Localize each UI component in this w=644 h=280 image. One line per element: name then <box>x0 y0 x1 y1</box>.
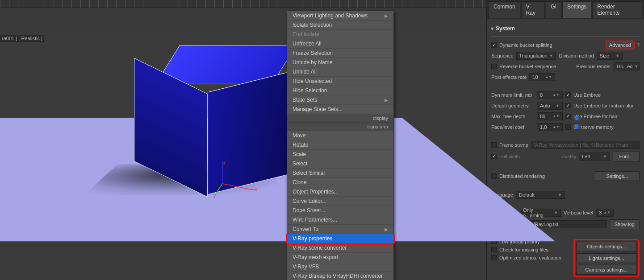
submenu-arrow-icon: ▶ <box>385 227 388 232</box>
menu-item-hide-selection[interactable]: Hide Selection <box>287 86 393 95</box>
sequence-label: Sequence <box>491 53 514 58</box>
menu-item-curve-editor[interactable]: Curve Editor... <box>287 197 393 206</box>
font-button[interactable]: Font... <box>613 152 640 161</box>
menu-item-freeze-selection[interactable]: Freeze Selection <box>287 49 393 58</box>
show-log-button[interactable]: Show log <box>610 219 640 229</box>
justify-label: Justify <box>562 154 576 159</box>
menu-item-hide-unselected[interactable]: Hide Unselected <box>287 77 393 86</box>
dyn-mem-label: Dyn mem limit, mb <box>491 92 534 98</box>
embree-mb-label: Use Embree for motion blur <box>573 103 634 108</box>
objects-settings-button[interactable]: Objects settings... <box>576 242 637 251</box>
sequence-dropdown[interactable]: Triangulation▼ <box>516 52 556 60</box>
def-geom-label: Default geometry <box>491 103 534 108</box>
max-tree-label: Max. tree depth <box>491 114 534 119</box>
menu-item-unhide-all[interactable]: Unhide All <box>287 67 393 77</box>
viewport-label: ra001 ] [ Realistic ] <box>0 35 44 42</box>
division-method-label: Division method <box>559 53 594 58</box>
dr-settings-button[interactable]: Settings... <box>595 171 640 181</box>
division-method-dropdown[interactable]: Size▼ <box>597 52 623 60</box>
tab-v-ray[interactable]: V-Ray <box>521 1 545 18</box>
full-width-label: Full width <box>499 154 520 159</box>
frame-stamp-label: Frame stamp <box>499 142 528 148</box>
log-window-dropdown[interactable]: Only o...arning▼ <box>520 209 561 217</box>
menu-item-isolate-selection[interactable]: Isolate Selection <box>287 21 393 30</box>
tab-settings[interactable]: Settings <box>562 1 591 18</box>
menu-item-v-ray-bitmap-to-vrayhdri-converter[interactable]: V-Ray Bitmap to VRayHDRI converter <box>287 272 393 280</box>
check-missing-label: Check for missing files <box>499 247 548 252</box>
embree-mb-checkbox[interactable] <box>565 103 571 108</box>
menu-item-rotate[interactable]: Rotate <box>287 140 393 150</box>
menu-item-v-ray-mesh-export[interactable]: V-Ray mesh export <box>287 253 393 262</box>
menu-item-manage-state-sets[interactable]: Manage State Sets... <box>287 105 393 114</box>
menu-item-end-isolate[interactable]: End Isolate <box>287 30 393 39</box>
scene-area[interactable]: x y z <box>0 33 486 280</box>
menu-item-move[interactable]: Move <box>287 131 393 140</box>
use-embree-checkbox[interactable] <box>565 92 571 98</box>
opt-atmos-label: Optimized atmos. evaluation <box>499 255 561 260</box>
box-object[interactable] <box>167 72 284 189</box>
menu-item-state-sets[interactable]: State Sets▶ <box>287 95 393 105</box>
tab-common[interactable]: Common <box>489 1 520 18</box>
conserve-mem-checkbox[interactable] <box>565 124 571 130</box>
menu-item-unfreeze-all[interactable]: Unfreeze All <box>287 39 393 49</box>
justify-dropdown[interactable]: Left▼ <box>579 152 610 161</box>
menu-item-select-similar[interactable]: Select Similar <box>287 169 393 178</box>
use-embree-label: Use Embree <box>573 92 601 98</box>
settings-buttons-highlight: Objects settings... Lights settings... C… <box>573 239 640 277</box>
menu-item-wire-parameters[interactable]: Wire Parameters... <box>287 215 393 225</box>
menu-item-scale[interactable]: Scale <box>287 150 393 159</box>
3d-viewport[interactable]: x y z ra001 ] [ Realistic ] Viewport Lig… <box>0 0 486 280</box>
menu-item-object-properties[interactable]: Object Properties... <box>287 187 393 197</box>
post-fx-label: Post effects rate <box>491 74 527 80</box>
quad-context-menu[interactable]: Viewport Lighting and Shadows▶Isolate Se… <box>287 11 394 280</box>
embree-hair-checkbox[interactable] <box>565 114 571 119</box>
language-dropdown[interactable]: Default▼ <box>516 191 565 199</box>
menu-item-display: display <box>287 114 393 123</box>
check-missing-checkbox[interactable] <box>491 247 497 252</box>
submenu-arrow-icon: ▶ <box>385 98 388 103</box>
menu-item-select[interactable]: Select <box>287 159 393 169</box>
timeline-ruler[interactable] <box>0 0 486 8</box>
menu-item-dope-sheet[interactable]: Dope Sheet... <box>287 206 393 215</box>
advanced-button[interactable]: Advanced <box>606 41 634 49</box>
tab-render-elements[interactable]: Render Elements <box>592 1 642 18</box>
prev-render-label: Previous render <box>576 64 611 69</box>
menu-item-viewport-lighting-and-shadows[interactable]: Viewport Lighting and Shadows▶ <box>287 11 393 21</box>
menu-item-clone[interactable]: Clone <box>287 178 393 187</box>
frame-stamp-input[interactable]: V-Ray %vrayversion | file: %filename | f… <box>531 141 640 149</box>
prev-render-dropdown[interactable]: Un...ed▼ <box>614 62 640 70</box>
dyn-bucket-label: Dynamic bucket splitting <box>499 42 552 48</box>
reverse-seq-checkbox[interactable] <box>491 64 497 69</box>
cameras-settings-button[interactable]: Cameras settings... <box>576 265 637 275</box>
menu-item-v-ray-scene-converter[interactable]: V-Ray scene converter <box>287 243 393 253</box>
verbose-label: Verbose level <box>564 210 593 215</box>
frame-stamp-checkbox[interactable] <box>491 142 497 148</box>
menu-item-v-ray-properties[interactable]: V-Ray properties <box>287 234 393 243</box>
opt-atmos-checkbox[interactable] <box>491 255 497 260</box>
render-settings-tabs: CommonV-RayGISettingsRender Elements <box>487 0 644 19</box>
menu-item-unhide-by-name[interactable]: Unhide by Name <box>287 58 393 67</box>
dist-render-label: Distributed rendering <box>499 173 545 179</box>
system-rollout-title[interactable]: System <box>491 23 640 37</box>
dyn-mem-spinner[interactable]: 0▲▼ <box>537 91 563 99</box>
full-width-checkbox[interactable] <box>491 154 497 159</box>
dist-render-checkbox[interactable] <box>491 173 497 179</box>
def-geom-dropdown[interactable]: Auto▼ <box>537 102 563 110</box>
max-tree-spinner[interactable]: 80▲▼ <box>537 112 563 120</box>
post-fx-spinner[interactable]: 10▲▼ <box>529 73 555 81</box>
menu-item-transform: transform <box>287 123 393 131</box>
face-coef-spinner[interactable]: 1,0▲▼ <box>537 123 563 131</box>
tab-gi[interactable]: GI <box>546 1 561 18</box>
verbose-spinner[interactable]: 3▲▼ <box>596 209 614 217</box>
lights-settings-button[interactable]: Lights settings... <box>576 253 637 263</box>
dyn-bucket-checkbox[interactable] <box>491 42 497 48</box>
face-coef-label: Face/level coef. <box>491 124 534 130</box>
reverse-seq-label: Reverse bucket sequence <box>499 64 556 69</box>
help-icon[interactable]: ? <box>637 42 640 48</box>
menu-item-v-ray-vfb[interactable]: V-Ray VFB <box>287 262 393 272</box>
submenu-arrow-icon: ▶ <box>385 13 388 18</box>
